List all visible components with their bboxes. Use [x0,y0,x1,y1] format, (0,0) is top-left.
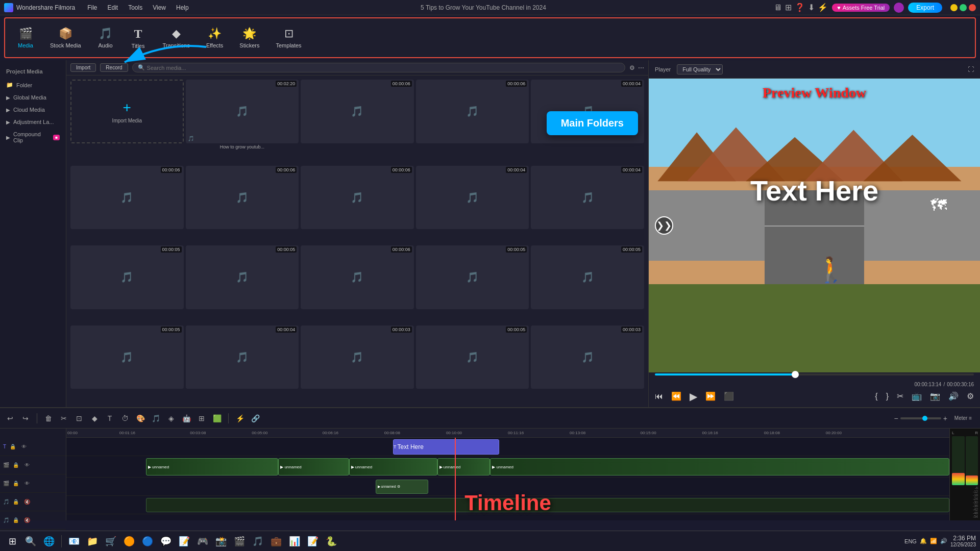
track-video2-lock[interactable]: 🔒 [11,479,20,488]
download-icon[interactable]: ⬇ [808,3,815,12]
stop-button[interactable]: ⬛ [724,391,734,401]
media-clip-item-10[interactable]: 00:00:05🎵 [70,245,184,323]
taskbar-game[interactable]: 🎮 [194,533,211,549]
toolbar-transitions[interactable]: ◆ Transitions [156,24,197,52]
zoom-out-icon[interactable]: − [894,414,898,422]
video-clip-5[interactable]: ▶ unnamed [490,458,949,475]
media-clip-item-9[interactable]: 00:00:04🎵 [531,166,644,244]
color-button[interactable]: 🎨 [134,412,146,424]
toolbar-titles[interactable]: T Titles [123,24,154,52]
go-to-start-button[interactable]: ⏮ [655,392,663,401]
minimize-button[interactable] [950,4,958,11]
out-point-button[interactable]: } [886,392,889,401]
assets-trial-button[interactable]: ♥ Assets Free Trial [832,4,890,12]
system-clock[interactable]: 2:36 PM 12/26/2023 [950,535,976,547]
taskbar-python[interactable]: 🐍 [323,533,339,549]
delete-button[interactable]: 🗑 [42,412,55,424]
redo-button[interactable]: ↪ [19,412,32,424]
grid-icon[interactable]: ⊞ [785,3,792,12]
wifi-icon[interactable]: 📶 [930,538,937,544]
import-button[interactable]: Import [70,63,96,72]
green-screen-btn[interactable]: 🟩 [211,412,223,424]
search-taskbar-button[interactable]: 🔍 [22,533,39,549]
track-eye-btn[interactable]: 👁 [19,442,29,452]
media-clip-item-17[interactable]: 00:00:03🎵 [301,325,414,404]
taskbar-teams[interactable]: 💼 [268,533,284,549]
taskbar-notes[interactable]: 📝 [176,533,192,549]
media-clip-item-6[interactable]: 00:00:06🎵 [186,166,299,244]
pip-btn[interactable]: ⊞ [195,412,208,424]
taskbar-edge[interactable]: 🔵 [139,533,156,549]
taskbar-photo[interactable]: 📸 [213,533,229,549]
start-button[interactable]: ⊞ [4,533,20,549]
clip-button[interactable]: ✂ [897,391,903,401]
in-point-button[interactable]: { [875,392,877,401]
fullscreen-icon[interactable]: ⛶ [968,66,974,73]
track-lock-btn[interactable]: 🔒 [8,442,17,452]
menu-file[interactable]: File [83,3,101,12]
record-button[interactable]: Record [100,63,128,72]
media-clip-item-5[interactable]: 00:00:06🎵 [70,166,184,244]
play-button[interactable]: ▶ [690,390,697,403]
taskbar-video[interactable]: 🎬 [231,533,248,549]
zoom-in-icon[interactable]: + [943,414,947,422]
media-clip-item-19[interactable]: 00:00:03🎵 [531,325,644,404]
media-clip-item-14[interactable]: 00:00:05🎵 [531,245,644,323]
menu-tools[interactable]: Tools [124,3,146,12]
preview-prev-button[interactable]: ❯❯ [655,216,673,235]
search-input[interactable] [147,65,208,71]
filter-icon[interactable]: ⚙ [629,64,635,71]
media-clip-item-7[interactable]: 00:00:06🎵 [301,166,414,244]
frame-forward-button[interactable]: ⏩ [705,391,716,401]
settings-button[interactable]: ⚙ [967,391,974,401]
taskbar-browser[interactable]: 🌐 [41,533,57,549]
sidebar-item-cloud-media[interactable]: ▶ Cloud Media [0,104,66,116]
media-clip-item-3[interactable]: 00:00:06🎵 [416,80,529,164]
ai-btn[interactable]: 🤖 [180,412,192,424]
audio-waveform-1[interactable]: // waveform bars [146,498,949,512]
video-clip-1[interactable]: ▶ unnamed [146,458,279,475]
taskbar-explorer[interactable]: 📁 [84,533,101,549]
more-options-icon[interactable]: ⋯ [638,64,644,71]
sidebar-item-adjustment[interactable]: ▶ Adjustment La... [0,116,66,128]
apps-icon[interactable]: ⚡ [818,3,828,12]
media-clip-item-16[interactable]: 00:00:04🎵 [186,325,299,404]
audio-btn[interactable]: 🎵 [150,412,162,424]
notification-icon[interactable]: 🔔 [920,538,927,544]
track-audio-lock[interactable]: 🔒 [11,497,20,507]
media-clip-item-18[interactable]: 00:00:05🎵 [416,325,529,404]
media-clip-item[interactable]: 00:02:20 🎵 🎵 How to grow youtub... [186,80,299,164]
snapshot-button[interactable]: 📷 [930,391,940,401]
track-video-eye[interactable]: 👁 [22,461,32,470]
taskbar-mail[interactable]: 📧 [66,533,82,549]
toolbar-audio[interactable]: 🎵 Audio [90,24,121,52]
maximize-button[interactable] [960,4,967,11]
toolbar-stock-media[interactable]: 📦 Stock Media [43,24,88,52]
media-clip-item-13[interactable]: 00:00:05🎵 [416,245,529,323]
quality-select[interactable]: Full Quality 1/2 Quality 1/4 Quality [677,64,723,74]
output-button[interactable]: 📺 [912,391,922,401]
sidebar-item-folder[interactable]: 📁 Folder [0,79,66,91]
menu-help[interactable]: Help [172,3,193,12]
video-clip-2[interactable]: ▶ unnamed [278,458,349,475]
link-btn[interactable]: 🔗 [249,412,261,424]
undo-button[interactable]: ↩ [4,412,16,424]
menu-view[interactable]: View [149,3,170,12]
export-button[interactable]: Export [908,3,942,13]
sidebar-item-global-media[interactable]: ▶ Global Media [0,91,66,104]
taskbar-excel[interactable]: 📊 [286,533,303,549]
taskbar-music[interactable]: 🎵 [250,533,266,549]
speed-button[interactable]: ⏱ [119,412,131,424]
video-clip-4[interactable]: ▶ unnamed [437,458,491,475]
track-audio2-lock[interactable]: 🔒 [11,516,20,525]
close-button[interactable] [969,4,976,11]
volume-button[interactable]: 🔊 [948,391,959,401]
progress-thumb[interactable] [792,371,799,378]
help-icon[interactable]: ❓ [795,3,805,12]
toolbar-templates[interactable]: ⊡ Templates [268,24,308,52]
video-clip-3[interactable]: ▶ unnamed [349,458,437,475]
video-clip-sub-1[interactable]: ▶ unnamed ⚙ [376,480,429,494]
crop-button[interactable]: ⊡ [73,412,85,424]
playhead[interactable]: ✕ [455,438,456,520]
monitor-icon[interactable]: 🖥 [774,3,782,12]
